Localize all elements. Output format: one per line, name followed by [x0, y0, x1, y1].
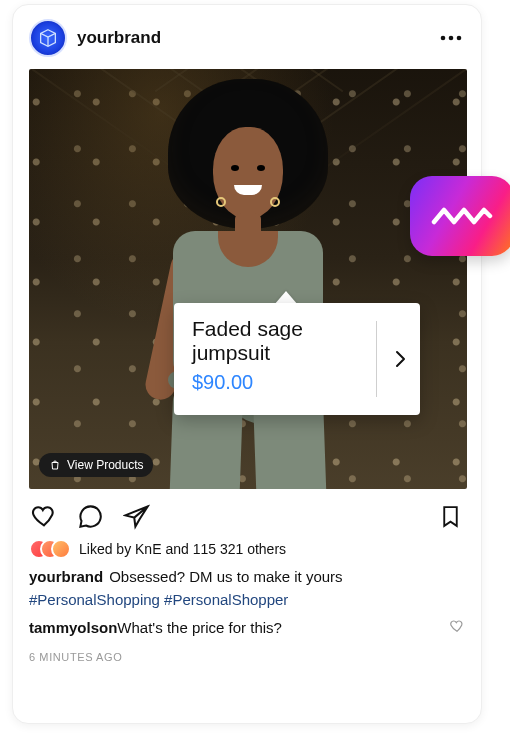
shopping-bag-icon — [49, 459, 61, 471]
product-price: $90.00 — [192, 371, 366, 394]
product-name: Faded sage jumpsuit — [192, 317, 366, 365]
paper-plane-icon — [123, 503, 150, 530]
post-username[interactable]: yourbrand — [77, 28, 437, 48]
post-actions — [13, 489, 481, 537]
view-products-label: View Products — [67, 458, 143, 472]
like-comment-button[interactable] — [449, 618, 465, 637]
svg-point-0 — [441, 36, 446, 41]
heart-outline-icon — [449, 618, 465, 634]
brand-cube-icon — [37, 27, 59, 49]
post-media[interactable]: Faded sage jumpsuit $90.00 View Products — [29, 69, 467, 489]
product-tag-chevron — [387, 317, 412, 401]
avatar[interactable] — [29, 19, 67, 57]
post-meta: Liked by KnE and 115 321 others yourbran… — [13, 539, 481, 663]
more-horizontal-icon — [440, 35, 462, 41]
like-avatars — [29, 539, 71, 559]
like-button[interactable] — [29, 501, 59, 531]
product-tag-separator — [376, 321, 377, 397]
caption-text: Obsessed? DM us to make it yours — [109, 568, 342, 585]
view-products-button[interactable]: View Products — [39, 453, 153, 477]
comment-button[interactable] — [75, 501, 105, 531]
more-options-button[interactable] — [437, 24, 465, 52]
chat-bubble-badge[interactable] — [410, 176, 510, 256]
product-tag[interactable]: Faded sage jumpsuit $90.00 — [174, 303, 420, 415]
heart-icon — [30, 502, 58, 530]
caption-user[interactable]: yourbrand — [29, 568, 103, 585]
bookmark-icon — [438, 503, 463, 530]
comment-icon — [77, 503, 104, 530]
hashtag[interactable]: #PersonalShopping — [29, 591, 160, 608]
likes-row[interactable]: Liked by KnE and 115 321 others — [29, 539, 465, 559]
svg-point-1 — [449, 36, 454, 41]
hashtag[interactable]: #PersonalShopper — [164, 591, 288, 608]
hashtags: #PersonalShopping #PersonalShopper — [29, 591, 465, 608]
comment-user[interactable]: tammyolson — [29, 619, 117, 636]
save-button[interactable] — [435, 501, 465, 531]
zigzag-icon — [431, 202, 493, 230]
media-figure — [98, 79, 398, 489]
comment-row: tammyolsonWhat's the price for this? — [29, 618, 465, 637]
share-button[interactable] — [121, 501, 151, 531]
chevron-right-icon — [394, 350, 406, 368]
post-timestamp: 6 MINUTES AGO — [29, 651, 465, 663]
post-card: yourbrand — [12, 4, 482, 724]
post-caption: yourbrandObsessed? DM us to make it your… — [29, 567, 465, 587]
comment-text: What's the price for this? — [117, 619, 282, 636]
svg-point-2 — [457, 36, 462, 41]
post-header: yourbrand — [13, 5, 481, 69]
likes-text: Liked by KnE and 115 321 others — [79, 541, 286, 557]
